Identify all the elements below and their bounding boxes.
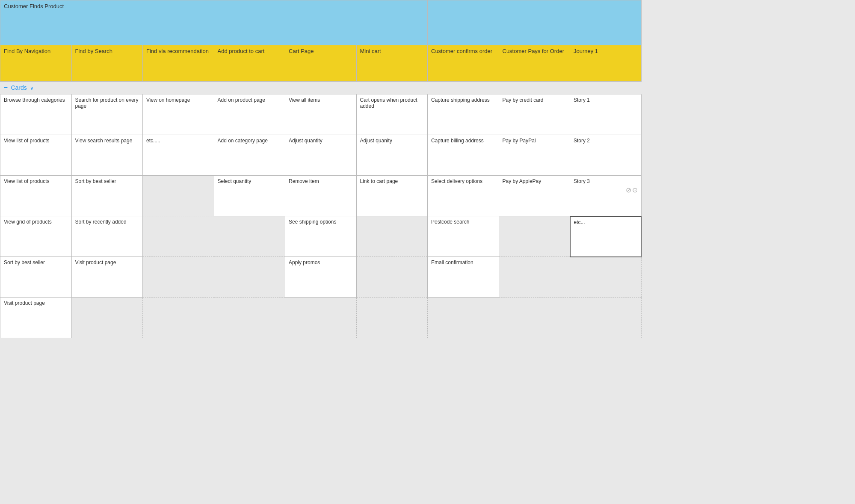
card-view-list-2[interactable]: View list of products — [0, 176, 72, 216]
card-email-confirm[interactable]: Email confirmation — [428, 257, 499, 298]
card-empty-4-8 — [499, 216, 570, 257]
cards-row-5: Sort by best seller Visit product page A… — [0, 257, 642, 298]
card-empty-6-5 — [285, 298, 357, 338]
card-pay-credit[interactable]: Pay by credit card — [499, 94, 570, 135]
minus-icon[interactable]: − — [4, 84, 8, 91]
card-view-all-items[interactable]: View all items — [285, 94, 357, 135]
story-cell-finds-product: Customer Finds Product — [0, 0, 214, 45]
card-empty-6-7 — [428, 298, 499, 338]
card-sort-best-seller-2[interactable]: Sort by best seller — [0, 257, 72, 298]
card-search-results[interactable]: View search results page — [71, 135, 143, 176]
card-empty-6-8 — [499, 298, 570, 338]
card-empty-4-3 — [143, 216, 214, 257]
journey-1[interactable]: Journey 1 — [570, 45, 642, 82]
card-empty-5-9 — [570, 257, 642, 298]
story-cell-builds-cart — [214, 0, 428, 45]
cards-row-6: Visit product page — [0, 298, 642, 338]
journey-confirms-order[interactable]: Customer confirms order — [428, 45, 499, 82]
story-label: Customer Finds Product — [4, 3, 64, 9]
board-container: Customer Finds Product Find By Navigatio… — [0, 0, 855, 338]
journey-cart-page[interactable]: Cart Page — [285, 45, 357, 82]
card-empty-5-3 — [143, 257, 214, 298]
story-map-table: Customer Finds Product Find By Navigatio… — [0, 0, 642, 338]
card-etc[interactable]: etc..... — [143, 135, 214, 176]
card-sort-best-seller[interactable]: Sort by best seller — [71, 176, 143, 216]
cards-row-2: View list of products View search result… — [0, 135, 642, 176]
journey-pays-order[interactable]: Customer Pays for Order — [499, 45, 570, 82]
story-3-icons: ⊘ ⊙ — [574, 186, 638, 194]
journey-row: Find By Navigation Find by Search Find v… — [0, 45, 642, 82]
card-delivery-options[interactable]: Select delivery options — [428, 176, 499, 216]
card-apply-promos[interactable]: Apply promos — [285, 257, 357, 298]
card-capture-shipping[interactable]: Capture shipping address — [428, 94, 499, 135]
card-pay-applepay[interactable]: Pay by ApplePay — [499, 176, 570, 216]
card-remove-item[interactable]: Remove item — [285, 176, 357, 216]
card-empty-6-9 — [570, 298, 642, 338]
card-empty-6-3 — [143, 298, 214, 338]
card-empty-5-8 — [499, 257, 570, 298]
story-cell-business-fulfils — [570, 0, 642, 45]
card-pay-paypal[interactable]: Pay by PayPal — [499, 135, 570, 176]
cards-row-1: Browse through categories Search for pro… — [0, 94, 642, 135]
journey-mini-cart[interactable]: Mini cart — [356, 45, 428, 82]
card-add-product-page[interactable]: Add on product page — [214, 94, 285, 135]
card-empty-6-2 — [71, 298, 143, 338]
cards-section-header: − Cards ∨ — [0, 82, 642, 94]
card-story-3[interactable]: Story 3 ⊘ ⊙ — [570, 176, 642, 216]
card-empty-5-6 — [356, 257, 428, 298]
card-empty-3-3 — [143, 176, 214, 216]
card-sort-recently[interactable]: Sort by recently added — [71, 216, 143, 257]
cards-label: Cards — [11, 84, 27, 91]
card-view-list-1[interactable]: View list of products — [0, 135, 72, 176]
card-browse-categories[interactable]: Browse through categories — [0, 94, 72, 135]
card-empty-4-4 — [214, 216, 285, 257]
card-adjust-quanity[interactable]: Adjust quanity — [356, 135, 428, 176]
card-shipping-options[interactable]: See shipping options — [285, 216, 357, 257]
circle-icon-2: ⊙ — [632, 186, 638, 194]
circle-icon-1: ⊘ — [626, 186, 631, 194]
card-capture-billing[interactable]: Capture billing address — [428, 135, 499, 176]
card-empty-6-4 — [214, 298, 285, 338]
card-cart-opens[interactable]: Cart opens when product added — [356, 94, 428, 135]
journey-find-recommendation[interactable]: Find via recommendation — [143, 45, 214, 82]
card-empty-5-4 — [214, 257, 285, 298]
card-view-grid[interactable]: View grid of products — [0, 216, 72, 257]
card-add-category[interactable]: Add on category page — [214, 135, 285, 176]
card-adjust-quantity[interactable]: Adjust quantity — [285, 135, 357, 176]
card-visit-product-2[interactable]: Visit product page — [0, 298, 72, 338]
cards-row-3: View list of products Sort by best selle… — [0, 176, 642, 216]
card-select-quantity[interactable]: Select quantity — [214, 176, 285, 216]
journey-add-product[interactable]: Add product to cart — [214, 45, 285, 82]
card-link-cart[interactable]: Link to cart page — [356, 176, 428, 216]
journey-find-search[interactable]: Find by Search — [71, 45, 143, 82]
card-visit-product[interactable]: Visit product page — [71, 257, 143, 298]
journey-find-navigation[interactable]: Find By Navigation — [0, 45, 72, 82]
chevron-down-icon[interactable]: ∨ — [30, 85, 34, 91]
card-search-every-page[interactable]: Search for product on every page — [71, 94, 143, 135]
card-story-1[interactable]: Story 1 — [570, 94, 642, 135]
card-view-homepage[interactable]: View on homepage — [143, 94, 214, 135]
card-empty-4-6 — [356, 216, 428, 257]
card-empty-6-6 — [356, 298, 428, 338]
card-etc-active[interactable]: etc... — [570, 216, 642, 257]
card-story-2[interactable]: Story 2 — [570, 135, 642, 176]
card-postcode-search[interactable]: Postcode search — [428, 216, 499, 257]
story-row: Customer Finds Product — [0, 0, 642, 45]
cards-row-4: View grid of products Sort by recently a… — [0, 216, 642, 257]
story-cell-checks-out — [428, 0, 570, 45]
